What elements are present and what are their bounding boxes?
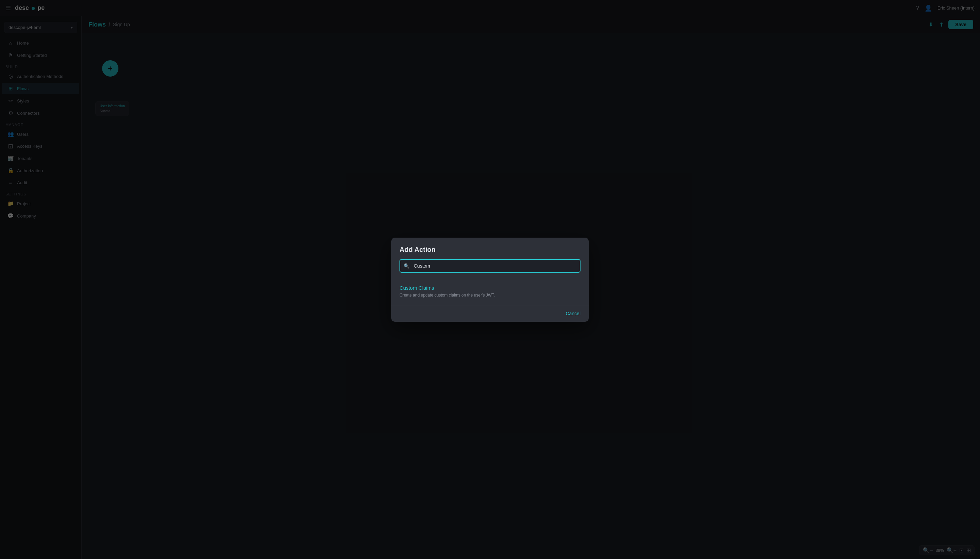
add-action-modal: Add Action 🔍 Custom Claims Create and up… bbox=[391, 238, 589, 322]
modal-title: Add Action bbox=[399, 246, 436, 253]
modal-footer: Cancel bbox=[391, 305, 589, 322]
result-description: Create and update custom claims on the u… bbox=[399, 292, 581, 298]
result-title: Custom Claims bbox=[399, 285, 581, 291]
modal-search-container: 🔍 bbox=[391, 259, 589, 278]
search-field-wrapper: 🔍 bbox=[399, 259, 581, 273]
cancel-button[interactable]: Cancel bbox=[566, 311, 581, 316]
search-result-custom-claims[interactable]: Custom Claims Create and update custom c… bbox=[399, 281, 581, 302]
search-icon: 🔍 bbox=[404, 263, 409, 269]
modal-overlay[interactable]: Add Action 🔍 Custom Claims Create and up… bbox=[0, 0, 980, 559]
modal-header: Add Action bbox=[391, 238, 589, 259]
search-input[interactable] bbox=[399, 259, 581, 273]
modal-body: Custom Claims Create and update custom c… bbox=[391, 278, 589, 305]
